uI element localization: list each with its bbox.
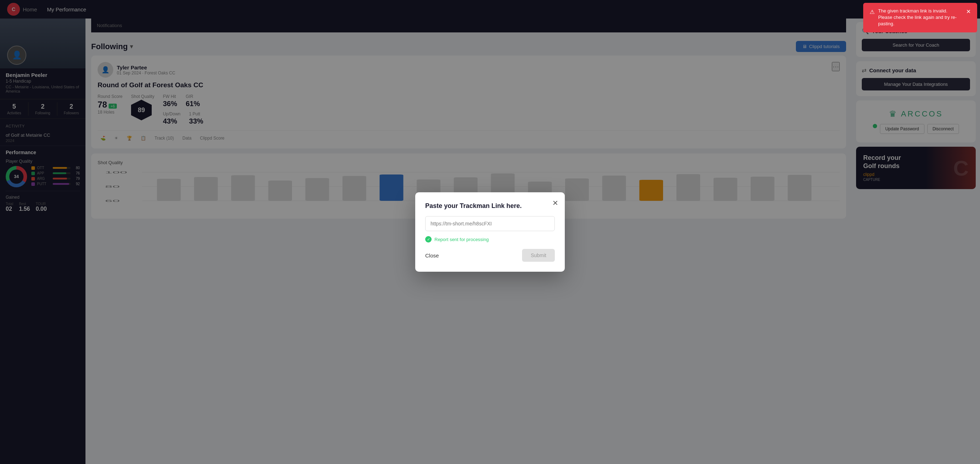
trackman-modal: Paste your Trackman Link here. ✕ ✓ Repor… — [415, 192, 565, 272]
toast-close-button[interactable]: ✕ — [963, 8, 971, 16]
trackman-link-input[interactable] — [425, 216, 555, 231]
modal-close-x-button[interactable]: ✕ — [552, 199, 558, 207]
warning-icon: ⚠ — [870, 8, 875, 16]
error-toast: ⚠ The given trackman link is invalid. Pl… — [863, 3, 977, 32]
modal-footer: Close Submit — [425, 249, 555, 262]
modal-title: Paste your Trackman Link here. — [425, 202, 555, 210]
success-message: ✓ Report sent for processing — [425, 236, 555, 243]
modal-overlay[interactable]: Paste your Trackman Link here. ✕ ✓ Repor… — [0, 0, 980, 464]
modal-submit-button[interactable]: Submit — [522, 249, 555, 262]
modal-close-button[interactable]: Close — [425, 253, 439, 259]
success-check-icon: ✓ — [425, 236, 431, 243]
